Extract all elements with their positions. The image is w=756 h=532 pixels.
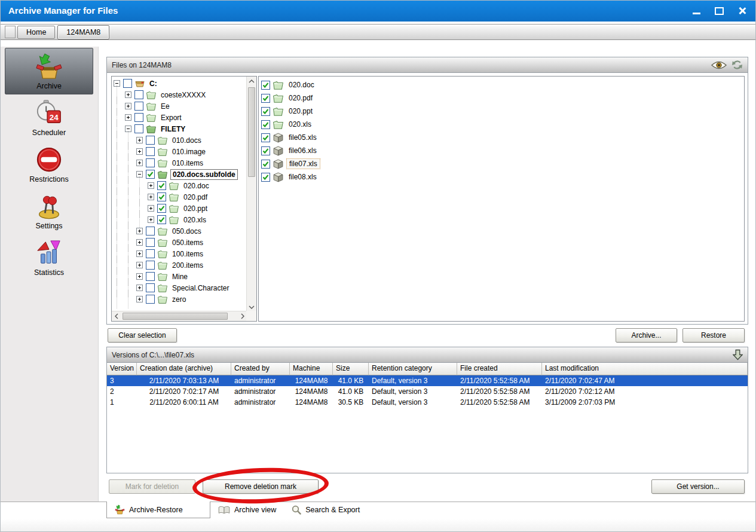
tree-node[interactable]: Ee — [112, 100, 257, 112]
expand-icon[interactable] — [136, 250, 143, 257]
tree-node-label[interactable]: Export — [159, 113, 183, 123]
expand-icon[interactable] — [136, 273, 143, 280]
checkbox[interactable] — [157, 181, 166, 190]
close-button[interactable] — [738, 7, 746, 15]
column-header[interactable]: Machine — [290, 363, 333, 375]
expand-icon[interactable] — [136, 137, 143, 143]
tree-node-label[interactable]: 050.items — [170, 238, 205, 247]
tree-node[interactable]: FILETY — [112, 123, 257, 134]
tree-node-label[interactable]: zero — [170, 295, 188, 304]
sidebar-item-restrictions[interactable]: Restrictions — [5, 141, 93, 188]
archive-button[interactable]: Archive... — [616, 328, 677, 343]
restore-button[interactable]: Restore — [682, 328, 745, 343]
expand-icon[interactable] — [136, 228, 143, 234]
tree-node[interactable]: 020.docs.subfolde — [112, 169, 257, 180]
tree-node-label[interactable]: 020.doc — [182, 181, 211, 191]
tree-node-label[interactable]: 020.pdf — [182, 192, 209, 202]
eye-icon[interactable] — [711, 60, 727, 70]
tree-node-label[interactable]: 010.items — [170, 158, 205, 168]
checkbox[interactable] — [146, 158, 155, 167]
expand-icon[interactable] — [136, 160, 143, 166]
column-header[interactable]: Created by — [231, 363, 290, 375]
scroll-thumb[interactable] — [123, 313, 228, 320]
remove-deletion-mark-button[interactable]: Remove deletion mark — [203, 479, 319, 494]
expand-icon[interactable] — [136, 148, 143, 155]
checkbox[interactable] — [261, 81, 270, 90]
checkbox[interactable] — [261, 173, 270, 182]
checkbox[interactable] — [134, 90, 143, 99]
file-list-item[interactable]: 020.ppt — [259, 105, 744, 118]
file-list-item[interactable]: 020.doc — [259, 78, 744, 91]
tree-node-label[interactable]: 020.docs.subfolde — [170, 169, 238, 180]
scroll-thumb[interactable] — [248, 87, 255, 177]
checkbox[interactable] — [146, 227, 155, 236]
expand-icon[interactable] — [136, 285, 143, 291]
checkbox[interactable] — [146, 147, 155, 156]
file-list-item[interactable]: file05.xls — [259, 131, 744, 144]
tree-node[interactable]: 020.pdf — [112, 191, 257, 203]
checkbox[interactable] — [261, 94, 270, 103]
tree-node[interactable]: C: — [112, 78, 257, 89]
column-header[interactable]: Version — [107, 363, 137, 375]
file-name-label[interactable]: file05.xls — [286, 133, 319, 142]
sidebar-item-statistics[interactable]: Statistics — [5, 234, 93, 281]
expand-icon[interactable] — [136, 239, 143, 246]
checkbox[interactable] — [261, 146, 270, 155]
scroll-up-button[interactable] — [247, 77, 256, 86]
file-list-item[interactable]: file06.xls — [259, 144, 744, 157]
checkbox[interactable] — [157, 215, 166, 224]
tree-node[interactable]: Special.Character — [112, 282, 257, 293]
checkbox[interactable] — [134, 113, 143, 122]
version-row[interactable]: 12/11/2020 6:00:11 AMadministrator124MAM… — [107, 397, 748, 408]
tree-node-label[interactable]: Ee — [159, 102, 172, 111]
expand-icon[interactable] — [148, 194, 154, 200]
version-row[interactable]: 22/11/2020 7:02:17 AMadministrator124MAM… — [107, 386, 748, 397]
bottom-tab-archive-view[interactable]: Archive view — [210, 502, 284, 518]
checkbox[interactable] — [261, 107, 270, 116]
column-header[interactable]: Creation date (archive) — [137, 363, 231, 375]
tree-node-label[interactable]: 020.xls — [182, 215, 208, 225]
file-list-item[interactable]: 020.xls — [259, 118, 744, 131]
tree-node[interactable]: 050.docs — [112, 225, 257, 237]
checkbox[interactable] — [146, 295, 155, 304]
file-name-label[interactable]: file06.xls — [286, 146, 319, 155]
checkbox[interactable] — [134, 124, 143, 133]
tree-node-label[interactable]: 010.image — [170, 147, 207, 157]
tree-node-label[interactable]: 100.items — [170, 249, 205, 259]
tree-node-label[interactable]: 200.items — [170, 261, 205, 270]
refresh-icon[interactable] — [731, 59, 743, 71]
checkbox[interactable] — [157, 204, 166, 213]
minimize-button[interactable] — [693, 13, 700, 14]
tree-node[interactable]: coesteXXXXX — [112, 89, 257, 100]
vertical-scrollbar[interactable] — [246, 77, 256, 312]
expand-icon[interactable] — [148, 216, 154, 223]
checkbox[interactable] — [261, 120, 270, 129]
file-name-label[interactable]: 020.ppt — [286, 106, 315, 116]
checkbox[interactable] — [146, 136, 155, 145]
bottom-tab-archive-restore[interactable]: Archive-Restore — [106, 502, 210, 518]
file-list-item[interactable]: file07.xls — [259, 157, 744, 170]
version-row[interactable]: 32/11/2020 7:03:13 AMadministrator124MAM… — [107, 375, 748, 386]
checkbox[interactable] — [146, 283, 155, 292]
checkbox[interactable] — [146, 261, 155, 270]
checkbox[interactable] — [261, 133, 270, 142]
expand-icon[interactable] — [136, 296, 143, 302]
expand-icon[interactable] — [125, 103, 131, 109]
checkbox[interactable] — [146, 272, 155, 281]
bottom-tab-search-export[interactable]: Search & Export — [284, 502, 368, 518]
file-name-label[interactable]: file07.xls — [286, 158, 320, 169]
file-name-label[interactable]: file08.xls — [286, 172, 319, 182]
expand-icon[interactable] — [148, 205, 154, 212]
checkbox[interactable] — [261, 160, 270, 169]
sidebar-item-archive[interactable]: Archive — [5, 48, 93, 94]
file-name-label[interactable]: 020.doc — [286, 80, 317, 90]
sidebar-item-scheduler[interactable]: 24Scheduler — [5, 94, 93, 141]
tree-node[interactable]: 200.items — [112, 259, 257, 271]
expand-icon[interactable] — [136, 262, 143, 268]
tree-node[interactable]: 050.items — [112, 237, 257, 248]
top-tab-124mam8[interactable]: 124MAM8 — [57, 25, 109, 39]
horizontal-scrollbar[interactable] — [112, 311, 247, 321]
scroll-left-button[interactable] — [112, 311, 121, 321]
checkbox[interactable] — [123, 79, 132, 88]
tree-node-label[interactable]: coesteXXXXX — [159, 90, 207, 100]
